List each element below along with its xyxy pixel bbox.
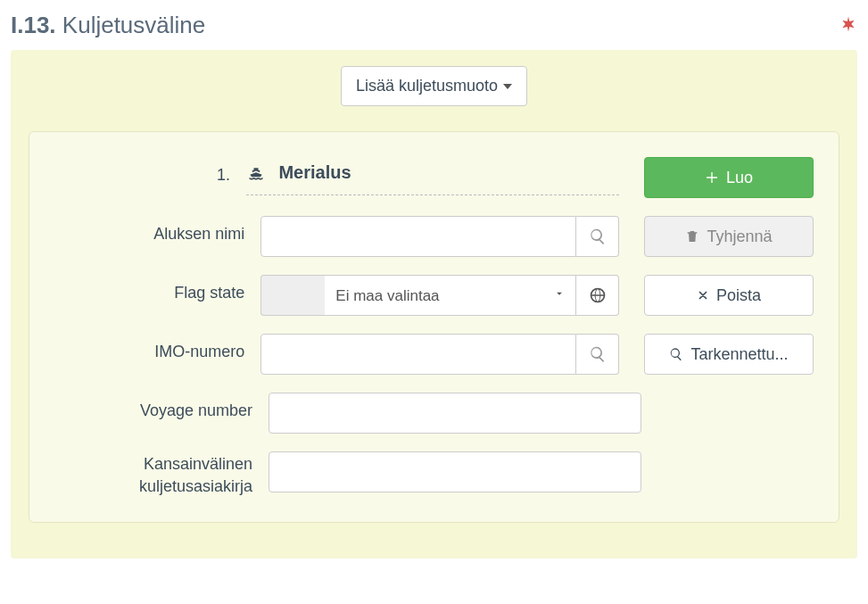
advanced-button-label: Tarkennettu... xyxy=(690,345,788,364)
voyage-input[interactable] xyxy=(269,393,641,434)
remove-button[interactable]: Poista xyxy=(644,275,814,316)
transport-panel: Lisää kuljetusmuoto 1. Merialus xyxy=(11,50,857,558)
ship-name-search-button[interactable] xyxy=(576,216,619,257)
section-title: I.13. Kuljetusväline xyxy=(11,12,205,39)
remove-button-label: Poista xyxy=(716,286,761,305)
flag-state-label: Flag state xyxy=(54,275,260,302)
clear-button[interactable]: Tyhjennä xyxy=(644,216,814,257)
create-button[interactable]: Luo xyxy=(644,157,814,198)
search-icon xyxy=(669,347,683,361)
imo-input[interactable] xyxy=(260,334,576,375)
required-asterisk-icon xyxy=(839,11,857,39)
transport-entry-card: 1. Merialus Luo Aluksen xyxy=(29,131,839,523)
section-number: I.13. xyxy=(11,12,56,38)
section-title-text: Kuljetusväline xyxy=(62,12,205,38)
flag-state-prefix xyxy=(260,275,325,316)
entry-type-label: Merialus xyxy=(278,162,351,182)
add-transport-mode-button[interactable]: Lisää kuljetusmuoto xyxy=(341,66,527,106)
flag-state-globe-button[interactable] xyxy=(576,275,619,316)
search-icon xyxy=(589,228,607,245)
globe-icon xyxy=(589,286,607,304)
caret-down-icon xyxy=(503,84,512,89)
imo-label: IMO-numero xyxy=(54,334,260,361)
section-header: I.13. Kuljetusväline xyxy=(11,11,857,39)
create-button-label: Luo xyxy=(726,169,753,187)
advanced-button[interactable]: Tarkennettu... xyxy=(644,334,814,375)
imo-search-button[interactable] xyxy=(576,334,619,375)
intl-doc-label: Kansainvälinen kuljetusasiakirja xyxy=(54,451,269,497)
entry-heading: Merialus xyxy=(246,162,619,195)
voyage-label: Voyage number xyxy=(54,393,269,420)
ship-name-input[interactable] xyxy=(260,216,576,257)
trash-icon xyxy=(685,229,699,244)
clear-button-label: Tyhjennä xyxy=(707,228,772,246)
search-icon xyxy=(589,345,607,363)
close-icon xyxy=(697,289,709,302)
add-transport-mode-label: Lisää kuljetusmuoto xyxy=(356,76,498,96)
entry-index: 1. xyxy=(54,157,246,185)
ship-name-label: Aluksen nimi xyxy=(54,216,260,244)
ship-icon xyxy=(246,164,266,186)
plus-icon xyxy=(705,170,719,185)
flag-state-select[interactable]: Ei maa valintaa xyxy=(325,275,576,316)
intl-doc-input[interactable] xyxy=(269,451,641,492)
